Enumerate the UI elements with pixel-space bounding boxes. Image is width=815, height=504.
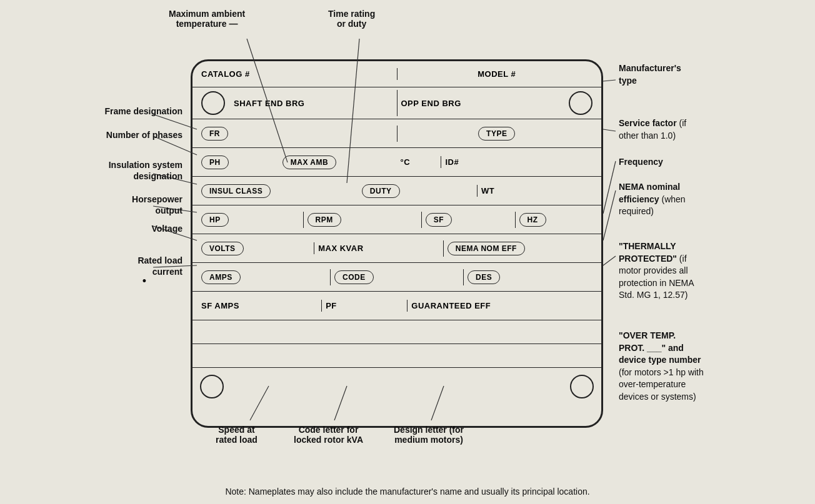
hz-cell: HZ	[515, 212, 596, 228]
maxkvar-cell: MAX KVAR	[314, 242, 443, 254]
hp-oval: HP	[201, 213, 229, 227]
horsepower-output-label: Horsepoweroutput	[132, 194, 182, 216]
row-bearings: SHAFT END BRG OPP END BRG	[192, 87, 601, 119]
type-oval: TYPE	[478, 127, 515, 141]
fr-oval: FR	[201, 127, 228, 141]
amps-oval: AMPS	[201, 270, 241, 284]
row-blank1	[192, 320, 601, 344]
shaft-end-circle	[201, 91, 225, 115]
opp-end-label: OPP END BRG	[401, 99, 461, 108]
pf-cell: PF	[321, 300, 407, 312]
over-temp-label: "OVER TEMP.PROT. ___" anddevice type num…	[619, 330, 704, 403]
code-cell: CODE	[330, 269, 463, 285]
amps-cell: AMPS	[198, 269, 330, 285]
bottom-right-circle	[570, 375, 594, 398]
speed-at-rated-load-label: Speed atrated load	[216, 425, 258, 445]
shaft-end-label: SHAFT END BRG	[234, 99, 304, 108]
sf-oval: SF	[426, 213, 452, 227]
page-container: Maximum ambient temperature — Time ratin…	[0, 0, 815, 504]
volts-cell: VOLTS	[198, 240, 314, 257]
svg-line-12	[603, 256, 616, 265]
sf-cell: SF	[421, 212, 515, 228]
frame-designation-label: Frame designation	[105, 106, 182, 116]
ph-cell: PH	[198, 154, 279, 170]
row-ph-amb: PH MAX AMB °C ID#	[192, 148, 601, 177]
code-letter-label: Code letter forlocked rotor kVA	[294, 425, 363, 445]
bottom-left-circle	[200, 375, 224, 398]
row-sfamps: SF AMPS PF GUARANTEED EFF	[192, 292, 601, 320]
maxamb-oval: MAX AMB	[282, 156, 336, 169]
catalog-cell: CATALOG #	[198, 68, 398, 80]
opp-end-circle	[569, 91, 592, 115]
insul-oval: INSUL CLASS	[201, 184, 271, 198]
type-cell: TYPE	[398, 126, 597, 142]
des-cell: DES	[463, 269, 596, 285]
sfamps-label: SF AMPS	[201, 301, 239, 310]
opp-end-cell: OPP END BRG	[398, 90, 597, 116]
degc-label: °C	[401, 157, 411, 167]
wt-label: WT	[481, 186, 494, 195]
nema-cell: NEMA NOM EFF	[443, 240, 596, 257]
geff-cell: GUARANTEED EFF	[407, 300, 596, 312]
pf-label: PF	[326, 301, 337, 310]
duty-cell: DUTY	[358, 183, 477, 199]
svg-line-11	[603, 190, 616, 240]
row-fr-type: FR TYPE	[192, 119, 601, 148]
id-label: ID#	[445, 157, 459, 167]
max-ambient-label: Maximum ambient temperature —	[169, 9, 245, 29]
voltage-label: Voltage	[151, 224, 182, 234]
model-label: MODEL #	[478, 69, 516, 79]
number-of-phases-label: Number of phases	[106, 130, 182, 140]
bottom-note: Note: Nameplates may also include the ma…	[225, 487, 589, 497]
des-oval: DES	[468, 270, 500, 284]
svg-line-10	[603, 161, 616, 214]
frequency-label: Frequency	[619, 156, 663, 169]
rpm-oval: RPM	[308, 213, 341, 227]
insulation-system-label: Insulation systemdesignation	[109, 159, 182, 182]
volts-oval: VOLTS	[201, 242, 244, 255]
hz-oval: HZ	[519, 213, 546, 227]
geff-label: GUARANTEED EFF	[411, 301, 491, 310]
fr-cell: FR	[198, 126, 398, 142]
time-rating-label: Time rating or duty	[328, 9, 375, 29]
code-oval: CODE	[334, 270, 374, 284]
row-insul: INSUL CLASS DUTY WT	[192, 177, 601, 205]
insul-cell: INSUL CLASS	[198, 183, 358, 199]
rpm-cell: RPM	[303, 212, 421, 228]
row-catalog: CATALOG # MODEL #	[192, 61, 601, 87]
svg-line-9	[603, 129, 616, 131]
thermally-protected-label: "THERMALLYPROTECTED" (ifmotor provides a…	[619, 240, 694, 302]
svg-line-8	[603, 80, 616, 81]
row-hp: HP RPM SF HZ	[192, 205, 601, 234]
manufacturers-type-label: Manufacturer'stype	[619, 62, 681, 87]
nameplate: CATALOG # MODEL # SHAFT END BRG OPP END …	[191, 59, 603, 428]
row-bottom	[192, 368, 601, 405]
row-volts: VOLTS MAX KVAR NEMA NOM EFF	[192, 234, 601, 263]
wt-cell: WT	[477, 185, 596, 197]
catalog-label: CATALOG #	[201, 69, 250, 79]
duty-oval: DUTY	[362, 184, 400, 198]
ph-oval: PH	[201, 156, 229, 169]
maxkvar-label: MAX KVAR	[318, 244, 363, 253]
row-amps: AMPS CODE DES	[192, 263, 601, 292]
nema-nom-eff-label: NEMA nominalefficiency (whenrequired)	[619, 181, 686, 218]
id-cell: ID#	[441, 156, 596, 168]
rated-load-current-label: Rated loadcurrent	[138, 255, 182, 277]
row-blank2	[192, 344, 601, 368]
model-cell: MODEL #	[398, 68, 597, 80]
degc-cell: °C	[397, 156, 441, 168]
nema-oval: NEMA NOM EFF	[448, 242, 525, 255]
hp-cell: HP	[198, 212, 303, 228]
sfamps-cell: SF AMPS	[198, 300, 321, 312]
maxamb-cell: MAX AMB	[279, 154, 397, 170]
service-factor-label: Service factor (ifother than 1.0)	[619, 117, 686, 142]
design-letter-label: Design letter (formedium motors)	[394, 425, 464, 445]
shaft-end-cell: SHAFT END BRG	[198, 90, 398, 116]
